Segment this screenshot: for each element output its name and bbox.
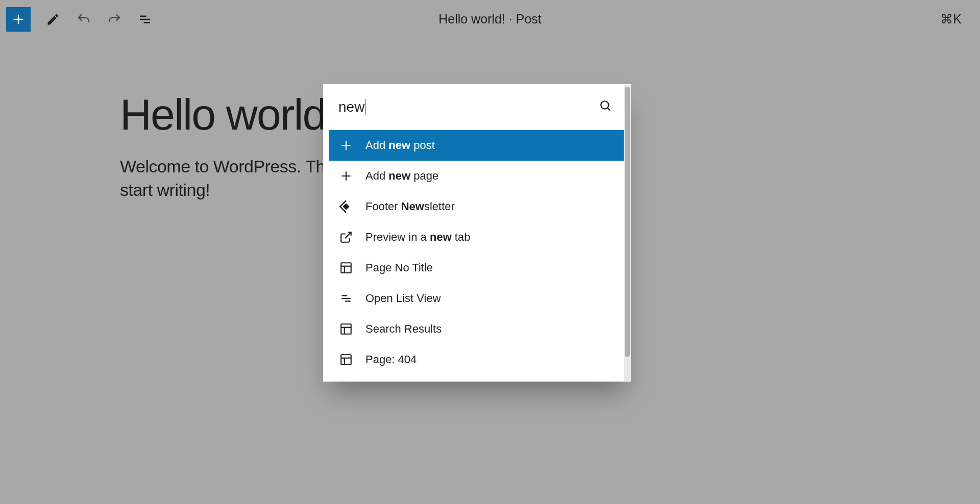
command-item-0[interactable]: Add new post [329,130,625,161]
redo-button[interactable] [106,11,122,28]
layout-icon [339,352,353,367]
post-body-line-1: Welcome to WordPress. This [120,157,337,176]
command-item-label: Page No Title [365,261,433,274]
toolbar-left-group [6,7,153,32]
add-block-button[interactable] [6,7,31,32]
external-icon [339,230,353,244]
command-item-label: Page: 404 [365,353,416,366]
list-view-icon [137,12,153,27]
command-results-list: Add new postAdd new pageFooter Newslette… [323,130,631,382]
redo-icon [107,12,122,27]
svg-rect-7 [341,263,351,273]
svg-line-6 [345,232,351,238]
search-icon [599,99,612,115]
command-palette: new Add new postAdd new pageFooter Newsl… [323,84,631,382]
layout-icon [339,261,353,275]
edit-button[interactable] [45,11,61,28]
command-item-4[interactable]: Page No Title [329,253,625,283]
document-overview-button[interactable] [137,11,153,28]
post-body-line-2: start writing! [120,180,210,199]
command-item-label: Preview in a new tab [365,231,470,244]
svg-rect-5 [342,203,349,210]
document-title[interactable]: Hello world! · Post [438,12,541,27]
palette-scrollbar-thumb[interactable] [625,87,630,357]
svg-rect-13 [341,324,351,334]
palette-scrollbar-track[interactable] [624,85,631,381]
svg-line-4 [607,108,610,110]
text-caret [365,99,365,115]
command-item-label: Search Results [365,322,442,336]
command-item-2[interactable]: Footer Newsletter [329,191,625,222]
plus-icon [339,138,353,153]
diamond-icon [339,199,353,214]
command-search-row: new [323,84,631,130]
command-item-label: Open List View [365,292,441,305]
pencil-icon [46,12,60,27]
undo-button[interactable] [76,11,92,28]
listview-icon [339,291,353,306]
command-item-7[interactable]: Page: 404 [329,344,625,375]
svg-rect-16 [341,355,351,365]
command-item-5[interactable]: Open List View [329,283,625,314]
command-palette-shortcut[interactable]: ⌘K [940,12,962,27]
layout-icon [339,322,353,336]
undo-icon [76,12,91,27]
command-search-input[interactable]: new [338,99,365,115]
command-item-1[interactable]: Add new page [329,161,625,191]
command-item-3[interactable]: Preview in a new tab [329,222,625,253]
editor-toolbar: Hello world! · Post ⌘K [0,0,980,38]
command-item-label: Add new post [365,139,435,152]
command-search-value: new [338,99,364,115]
command-item-6[interactable]: Search Results [329,314,625,344]
command-item-label: Add new page [365,169,438,183]
plus-icon [11,12,26,27]
command-item-label: Footer Newsletter [365,200,455,213]
plus-icon [339,169,353,183]
svg-point-3 [601,101,608,109]
